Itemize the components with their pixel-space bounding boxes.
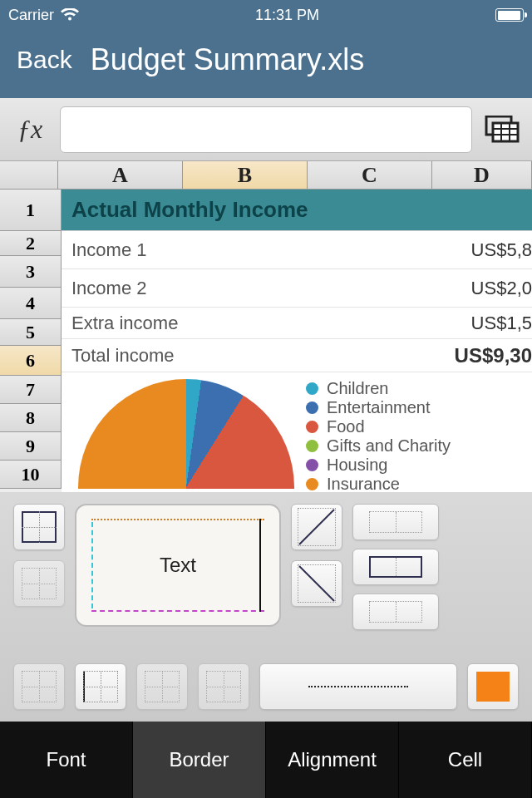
battery-icon <box>495 8 524 22</box>
legend-label: Children <box>327 379 388 398</box>
row-value: US$1,5 <box>471 313 532 334</box>
legend-item: Food <box>306 417 532 436</box>
nav-bar: Back Budget Summary.xls <box>0 30 532 98</box>
legend-item: Insurance <box>306 475 532 492</box>
col-header-b[interactable]: B <box>183 161 308 189</box>
row-label: Extra income <box>62 313 471 334</box>
back-button[interactable]: Back <box>17 46 72 74</box>
row-value: US$2,0 <box>471 278 532 299</box>
border-diag-down-button[interactable] <box>291 560 342 607</box>
legend-label: Gifts and Charity <box>327 436 451 456</box>
legend-item: Children <box>306 379 532 398</box>
tab-cell[interactable]: Cell <box>399 722 532 798</box>
legend-dot <box>306 421 318 433</box>
row-header-7[interactable]: 7 <box>0 376 62 404</box>
table-row[interactable]: Extra income US$1,5 <box>62 308 532 339</box>
row-header-8[interactable]: 8 <box>0 404 62 432</box>
legend-label: Entertainment <box>327 398 431 417</box>
border-linestyle-button[interactable] <box>259 663 457 710</box>
row-header-9[interactable]: 9 <box>0 432 62 461</box>
row-header-3[interactable]: 3 <box>0 256 62 288</box>
row-header-6[interactable]: 6 <box>0 346 62 376</box>
legend-item: Gifts and Charity <box>306 436 532 456</box>
legend-item: Housing <box>306 456 532 475</box>
col-header-a[interactable]: A <box>58 161 183 189</box>
cells-region[interactable]: Actual Monthly Income Income 1 US$5,8 In… <box>62 190 532 492</box>
row-label: Income 1 <box>62 239 471 261</box>
tab-font[interactable]: Font <box>0 722 133 798</box>
preview-label: Text <box>160 554 196 577</box>
chart-legend: Children Entertainment Food Gifts and Ch… <box>303 372 532 489</box>
formula-input[interactable] <box>60 106 472 153</box>
sheets-button[interactable] <box>480 111 524 148</box>
col-header-c[interactable]: C <box>308 161 432 189</box>
border-left-button[interactable] <box>75 663 126 710</box>
svg-rect-1 <box>493 123 518 141</box>
row-label: Income 2 <box>62 278 471 299</box>
table-row[interactable]: Income 1 US$5,8 <box>62 231 532 269</box>
border-inside-button[interactable] <box>136 663 188 710</box>
border-inside-h-button[interactable] <box>13 560 65 607</box>
border-outline-button[interactable] <box>13 504 65 550</box>
legend-dot <box>306 401 318 414</box>
row-header-2[interactable]: 2 <box>0 231 62 256</box>
border-box-button[interactable] <box>352 549 439 585</box>
fx-button[interactable]: ƒx <box>8 114 52 145</box>
border-all-button[interactable] <box>198 663 249 710</box>
chart-row: Children Entertainment Food Gifts and Ch… <box>62 372 532 489</box>
border-inside-v-top-button[interactable] <box>352 504 439 540</box>
tab-border[interactable]: Border <box>133 722 266 798</box>
legend-label: Housing <box>327 456 387 475</box>
legend-dot <box>306 440 318 452</box>
formula-bar: ƒx <box>0 98 532 161</box>
border-preview[interactable]: Text <box>75 504 281 627</box>
col-header-d[interactable]: D <box>432 161 532 189</box>
row-header-1[interactable]: 1 <box>0 190 62 231</box>
legend-label: Food <box>327 417 365 436</box>
clock: 11:31 PM <box>255 7 319 24</box>
legend-dot <box>306 459 318 471</box>
section-header[interactable]: Actual Monthly Income <box>62 190 532 231</box>
legend-item: Entertainment <box>306 398 532 417</box>
border-inside-v-bottom-button[interactable] <box>352 594 439 630</box>
spreadsheet[interactable]: A B C D 1 2 3 4 5 6 7 8 9 10 Actual Mont… <box>0 161 532 492</box>
row-header-4[interactable]: 4 <box>0 288 62 319</box>
wifi-icon <box>61 8 79 22</box>
status-bar: Carrier 11:31 PM <box>0 0 532 30</box>
tab-alignment[interactable]: Alignment <box>266 722 399 798</box>
column-headers: A B C D <box>0 161 532 190</box>
svg-line-7 <box>299 566 334 601</box>
sheets-icon <box>485 116 520 144</box>
select-all-corner[interactable] <box>0 161 58 189</box>
pie-chart[interactable] <box>62 372 303 489</box>
carrier-label: Carrier <box>8 7 54 24</box>
border-color-button[interactable] <box>467 663 519 710</box>
legend-dot <box>306 478 318 490</box>
svg-line-6 <box>299 510 334 544</box>
border-diag-up-button[interactable] <box>291 504 342 550</box>
row-headers: 1 2 3 4 5 6 7 8 9 10 <box>0 190 62 492</box>
row-header-10[interactable]: 10 <box>0 461 62 489</box>
row-label: Total income <box>62 345 455 367</box>
legend-dot <box>306 382 318 395</box>
row-value: US$9,30 <box>455 344 532 367</box>
table-row[interactable]: Income 2 US$2,0 <box>62 269 532 308</box>
format-tabs: Font Border Alignment Cell <box>0 722 532 798</box>
total-row[interactable]: Total income US$9,30 <box>62 339 532 372</box>
border-none-button[interactable] <box>13 663 65 710</box>
row-header-5[interactable]: 5 <box>0 319 62 346</box>
page-title: Budget Summary.xls <box>91 42 364 77</box>
border-panel: Text <box>0 492 532 722</box>
row-value: US$5,8 <box>471 239 532 261</box>
legend-label: Insurance <box>327 475 400 492</box>
